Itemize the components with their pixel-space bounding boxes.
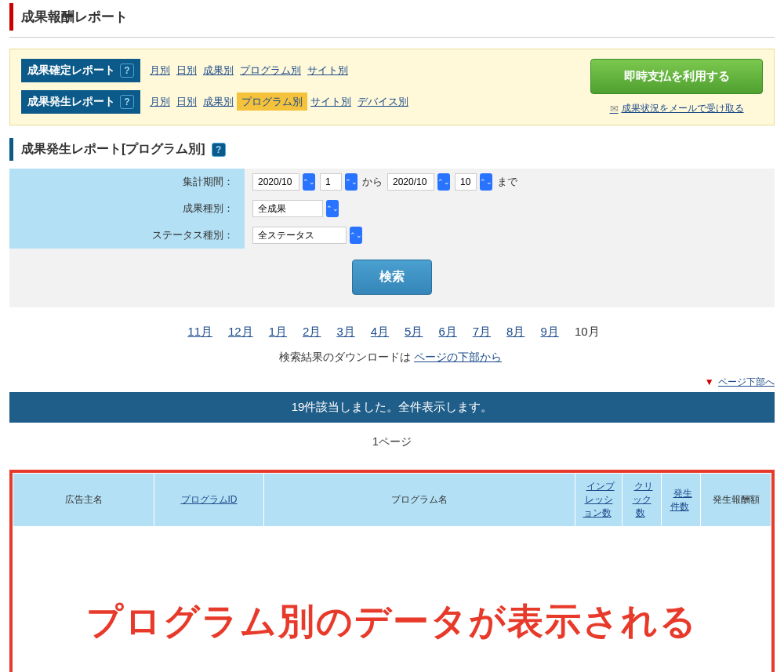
instant-payment-button[interactable]: 即時支払を利用する bbox=[590, 59, 763, 94]
help-icon[interactable]: ? bbox=[212, 143, 226, 157]
mail-link-text: 成果状況をメールで受け取る bbox=[622, 102, 744, 115]
dropdown-icon[interactable]: ⌃⌄ bbox=[345, 173, 358, 191]
month-link-3月[interactable]: 3月 bbox=[333, 322, 358, 340]
occur-link-日別[interactable]: 日別 bbox=[173, 93, 200, 110]
confirm-report-label: 成果確定レポート ? bbox=[21, 59, 140, 82]
search-button[interactable]: 検索 bbox=[352, 260, 432, 295]
download-text: 検索結果のダウンロードはページの下部から bbox=[9, 351, 775, 365]
status-select[interactable] bbox=[252, 227, 347, 244]
divider bbox=[9, 37, 775, 38]
envelope-icon: ✉ bbox=[610, 103, 619, 114]
th-clicks-link[interactable]: クリック数 bbox=[631, 478, 653, 521]
result-table-frame: 広告主名 プログラムID プログラム名 インプレッション数 クリック数 発生件数… bbox=[9, 470, 775, 672]
download-link[interactable]: ページの下部から bbox=[411, 348, 505, 365]
occur-report-label: 成果発生レポート ? bbox=[21, 90, 140, 114]
th-advertiser: 広告主名 bbox=[13, 474, 154, 527]
th-program-id-link[interactable]: プログラムID bbox=[178, 492, 241, 507]
report-nav-box: 成果確定レポート ? 月別日別成果別プログラム別サイト別 成果発生レポート ? … bbox=[9, 49, 775, 125]
month-link-2月[interactable]: 2月 bbox=[299, 322, 324, 340]
th-clicks[interactable]: クリック数 bbox=[622, 474, 662, 527]
month-link-1月[interactable]: 1月 bbox=[266, 322, 290, 340]
th-program-id[interactable]: プログラムID bbox=[154, 474, 264, 527]
th-program-name: プログラム名 bbox=[264, 474, 575, 527]
download-prefix: 検索結果のダウンロードは bbox=[279, 351, 411, 363]
occur-link-サイト別[interactable]: サイト別 bbox=[307, 93, 354, 110]
month-link-9月[interactable]: 9月 bbox=[537, 322, 561, 340]
period-ym-to[interactable] bbox=[387, 173, 434, 191]
period-d-to[interactable] bbox=[455, 173, 477, 191]
section-title-text: 成果発生レポート[プログラム別] bbox=[21, 141, 205, 158]
to-text: まで bbox=[497, 175, 517, 189]
page-number: 1ページ bbox=[0, 435, 784, 449]
occur-link-月別[interactable]: 月別 bbox=[147, 93, 173, 110]
period-label: 集計期間： bbox=[9, 169, 245, 195]
period-d-from[interactable] bbox=[320, 173, 342, 191]
month-link-12月[interactable]: 12月 bbox=[225, 322, 256, 340]
result-table: 広告主名 プログラムID プログラム名 インプレッション数 クリック数 発生件数… bbox=[13, 473, 771, 527]
triangle-icon: ▼ bbox=[705, 376, 714, 387]
month-link-4月[interactable]: 4月 bbox=[368, 322, 392, 340]
th-count[interactable]: 発生件数 bbox=[662, 474, 701, 527]
confirm-link-月別[interactable]: 月別 bbox=[147, 62, 173, 78]
type-select[interactable] bbox=[252, 200, 323, 217]
confirm-report-text: 成果確定レポート bbox=[27, 64, 115, 78]
period-ym-from[interactable] bbox=[252, 173, 299, 191]
th-reward: 発生報酬額 bbox=[701, 474, 771, 527]
dropdown-icon[interactable]: ⌃⌄ bbox=[350, 227, 362, 244]
page-title: 成果報酬レポート bbox=[9, 3, 784, 31]
month-link-8月[interactable]: 8月 bbox=[503, 322, 528, 340]
section-title: 成果発生レポート[プログラム別] ? bbox=[9, 138, 775, 161]
month-link-5月[interactable]: 5月 bbox=[401, 322, 426, 340]
occur-report-row: 成果発生レポート ? 月別日別成果別プログラム別サイト別デバイス別 bbox=[21, 90, 579, 114]
dropdown-icon[interactable]: ⌃⌄ bbox=[480, 173, 492, 191]
type-label: 成果種別： bbox=[9, 195, 245, 222]
th-impressions-link[interactable]: インプレッション数 bbox=[583, 478, 615, 521]
th-count-link[interactable]: 発生件数 bbox=[670, 485, 692, 514]
current-month: 10月 bbox=[575, 325, 600, 338]
dropdown-icon[interactable]: ⌃⌄ bbox=[303, 173, 315, 191]
occur-link-成果別[interactable]: 成果別 bbox=[200, 93, 237, 110]
help-icon[interactable]: ? bbox=[120, 95, 134, 109]
confirm-report-row: 成果確定レポート ? 月別日別成果別プログラム別サイト別 bbox=[21, 59, 579, 82]
help-icon[interactable]: ? bbox=[120, 64, 134, 78]
month-nav: 11月12月1月2月3月4月5月6月7月8月9月 10月 bbox=[9, 325, 775, 340]
overlay-annotation: プログラム別のデータが表示される bbox=[13, 527, 771, 672]
occur-link-プログラム別: プログラム別 bbox=[237, 93, 307, 111]
filter-form: 集計期間： ⌃⌄ ⌃⌄ から ⌃⌄ ⌃⌄ まで 成果種別： ⌃⌄ ステータス種別… bbox=[9, 169, 775, 307]
mail-link[interactable]: ✉ 成果状況をメールで受け取る bbox=[610, 102, 744, 115]
confirm-link-プログラム別[interactable]: プログラム別 bbox=[237, 62, 304, 78]
page-bottom-link[interactable]: ページ下部へ bbox=[717, 376, 775, 387]
month-link-6月[interactable]: 6月 bbox=[435, 322, 459, 340]
page-bottom-link-row: ▼ ページ下部へ bbox=[9, 376, 775, 389]
confirm-link-サイト別[interactable]: サイト別 bbox=[304, 62, 351, 78]
status-label: ステータス種別： bbox=[9, 222, 245, 249]
confirm-link-日別[interactable]: 日別 bbox=[173, 62, 200, 78]
confirm-link-成果別[interactable]: 成果別 bbox=[200, 62, 237, 78]
th-impressions[interactable]: インプレッション数 bbox=[575, 474, 622, 527]
dropdown-icon[interactable]: ⌃⌄ bbox=[326, 200, 339, 217]
occur-link-デバイス別[interactable]: デバイス別 bbox=[354, 93, 412, 110]
month-link-7月[interactable]: 7月 bbox=[470, 322, 494, 340]
month-link-11月[interactable]: 11月 bbox=[184, 322, 216, 340]
occur-report-text: 成果発生レポート bbox=[27, 95, 115, 109]
dropdown-icon[interactable]: ⌃⌄ bbox=[437, 173, 450, 191]
from-text: から bbox=[362, 175, 383, 189]
result-bar: 19件該当しました。全件表示します。 bbox=[9, 392, 775, 423]
